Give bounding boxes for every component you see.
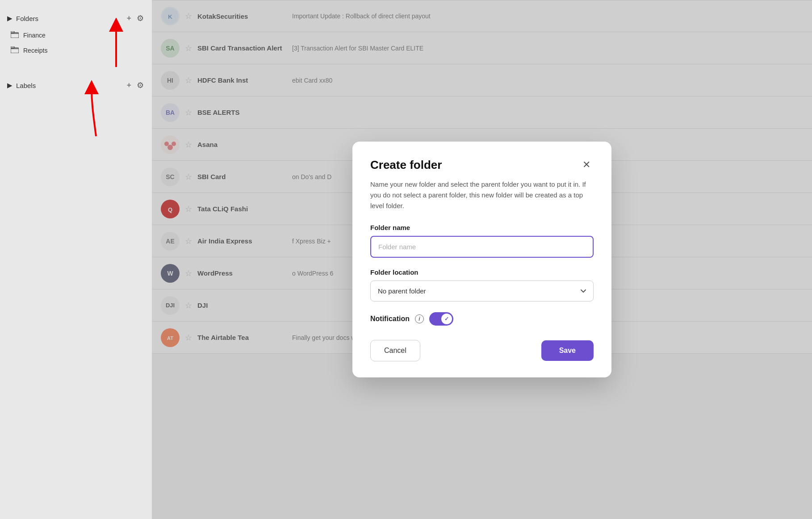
labels-actions: + ⚙: [126, 80, 145, 91]
folder-name-input[interactable]: [370, 236, 594, 258]
folder-location-group: Folder location No parent folder: [370, 268, 594, 301]
folder-name-group: Folder name: [370, 224, 594, 258]
notification-row: Notification i ✓: [370, 312, 594, 326]
app-container: ▶ Folders + ⚙ Finance: [0, 0, 812, 519]
modal-header: Create folder ✕: [370, 158, 594, 172]
folder-name-label: Folder name: [370, 224, 594, 231]
finance-label: Finance: [23, 32, 46, 39]
notification-info-icon[interactable]: i: [415, 314, 424, 323]
save-button[interactable]: Save: [541, 340, 594, 361]
main-content: K ☆ KotakSecurities Important Update : R…: [152, 0, 812, 519]
folder-location-select[interactable]: No parent folder: [370, 280, 594, 301]
folders-section-header[interactable]: ▶ Folders + ⚙: [0, 9, 152, 28]
toggle-check-icon: ✓: [444, 316, 449, 322]
cancel-button[interactable]: Cancel: [370, 340, 420, 361]
notification-toggle[interactable]: ✓: [429, 312, 453, 326]
modal-footer: Cancel Save: [370, 340, 594, 361]
modal-description: Name your new folder and select the pare…: [370, 179, 594, 211]
folder-location-label: Folder location: [370, 268, 594, 276]
folder-icon-receipts: [11, 46, 19, 54]
labels-title: ▶ Labels: [7, 81, 36, 89]
modal-title: Create folder: [370, 158, 442, 172]
sidebar-item-receipts[interactable]: Receipts: [0, 43, 152, 58]
folders-actions: + ⚙: [126, 13, 145, 24]
modal-backdrop[interactable]: Create folder ✕ Name your new folder and…: [152, 0, 812, 519]
labels-label: Labels: [16, 82, 36, 89]
svg-rect-3: [11, 46, 14, 48]
sidebar-item-finance[interactable]: Finance: [0, 28, 152, 43]
folders-chevron-icon: ▶: [7, 14, 13, 22]
add-label-button[interactable]: +: [126, 80, 132, 91]
modal-close-button[interactable]: ✕: [579, 158, 594, 172]
notification-label: Notification: [370, 315, 410, 323]
sidebar: ▶ Folders + ⚙ Finance: [0, 0, 152, 519]
create-folder-modal: Create folder ✕ Name your new folder and…: [352, 142, 611, 377]
folders-label: Folders: [16, 15, 38, 22]
svg-rect-1: [11, 31, 14, 33]
receipts-label: Receipts: [23, 47, 47, 54]
add-folder-button[interactable]: +: [126, 13, 132, 24]
folders-title: ▶ Folders: [7, 14, 38, 22]
label-settings-button[interactable]: ⚙: [136, 80, 145, 91]
labels-section-header[interactable]: ▶ Labels + ⚙: [0, 76, 152, 95]
folder-icon-finance: [11, 31, 19, 39]
labels-chevron-icon: ▶: [7, 81, 13, 89]
toggle-knob: ✓: [441, 314, 452, 324]
folder-settings-button[interactable]: ⚙: [136, 13, 145, 24]
